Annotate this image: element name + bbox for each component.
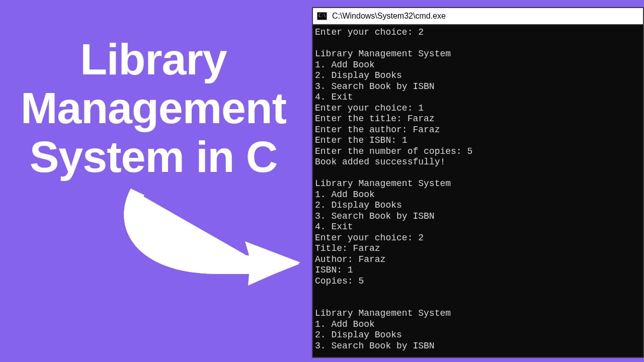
console-line xyxy=(315,38,641,49)
console-line: Enter the ISBN: 1 xyxy=(315,135,641,146)
console-line: 4. Exit xyxy=(315,222,641,233)
heading-area: Library Management System in C xyxy=(0,35,307,181)
console-line xyxy=(315,287,641,298)
console-output[interactable]: Enter your choice: 2 Library Management … xyxy=(313,25,643,357)
console-line: Copies: 5 xyxy=(315,276,641,287)
console-line: Enter the number of copies: 5 xyxy=(315,146,641,157)
console-line: Enter your choice: 2 xyxy=(315,233,641,244)
console-line: Enter your choice: 2 xyxy=(315,27,641,38)
console-line: 1. Add Book xyxy=(315,319,641,330)
console-line: 2. Display Books xyxy=(315,70,641,81)
console-line: 3. Search Book by ISBN xyxy=(315,211,641,222)
console-line: 1. Add Book xyxy=(315,190,641,201)
console-line: 2. Display Books xyxy=(315,330,641,341)
heading-line-1: Library xyxy=(0,35,307,84)
title-bar[interactable]: C:\ C:\Windows\System32\cmd.exe xyxy=(313,8,643,25)
console-line: 3. Search Book by ISBN xyxy=(315,341,641,352)
console-line: Enter the title: Faraz xyxy=(315,114,641,125)
console-line: Title: Faraz xyxy=(315,243,641,254)
console-line: 4. Exit xyxy=(315,92,641,103)
heading-line-3: System in C xyxy=(0,133,307,182)
console-line xyxy=(315,168,641,179)
console-line: Book added successfully! xyxy=(315,157,641,168)
console-line: 1. Add Book xyxy=(315,60,641,71)
cmd-window: C:\ C:\Windows\System32\cmd.exe Enter yo… xyxy=(312,7,644,358)
console-line xyxy=(315,298,641,309)
console-line: Library Management System xyxy=(315,49,641,60)
arrow-icon xyxy=(118,186,304,287)
heading-line-2: Management xyxy=(0,84,307,133)
console-line: 2. Display Books xyxy=(315,200,641,211)
console-line: Author: Faraz xyxy=(315,254,641,265)
console-line: Enter the author: Faraz xyxy=(315,125,641,136)
console-line: ISBN: 1 xyxy=(315,265,641,276)
console-line: Library Management System xyxy=(315,178,641,190)
cmd-icon: C:\ xyxy=(317,12,327,20)
console-line: Enter your choice: 1 xyxy=(315,103,641,114)
window-title: C:\Windows\System32\cmd.exe xyxy=(332,12,446,21)
console-line: Library Management System xyxy=(315,308,641,319)
console-line: 3. Search Book by ISBN xyxy=(315,81,641,93)
